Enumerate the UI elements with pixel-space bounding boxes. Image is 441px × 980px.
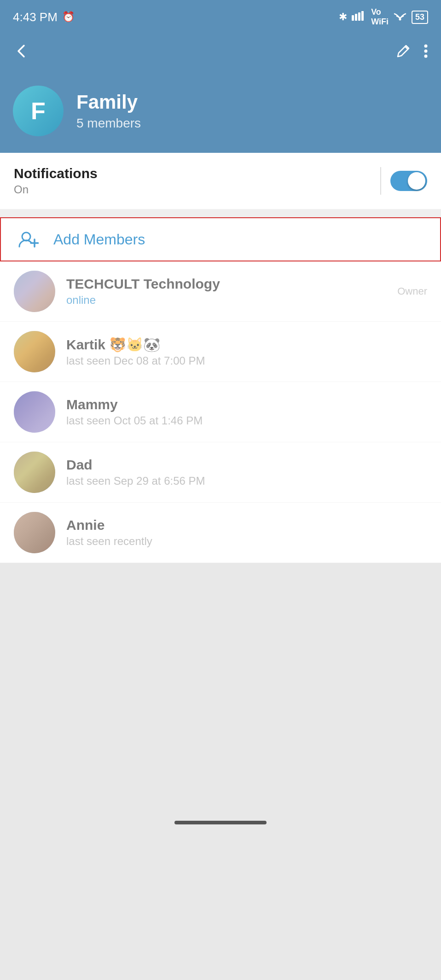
member-status: last seen Sep 29 at 6:56 PM [66, 475, 427, 487]
main-content: Notifications On Add Members [0, 153, 441, 563]
member-name: Mammy [66, 397, 427, 412]
member-status: last seen recently [66, 535, 427, 548]
nav-actions [396, 44, 428, 62]
status-icons: ✱ VoWiFi 53 [339, 7, 428, 27]
bluetooth-icon: ✱ [339, 11, 347, 23]
member-info: Mammy last seen Oct 05 at 1:46 PM [66, 397, 427, 427]
battery-indicator: 53 [412, 11, 428, 24]
group-name: Family [76, 91, 141, 113]
notifications-info: Notifications On [14, 166, 98, 196]
avatar [14, 512, 55, 553]
group-header: F Family 5 members [0, 78, 441, 153]
member-row[interactable]: Dad last seen Sep 29 at 6:56 PM [0, 442, 441, 503]
edit-button[interactable] [396, 44, 411, 62]
member-name: Annie [66, 517, 427, 533]
svg-rect-0 [352, 15, 354, 21]
svg-point-4 [399, 18, 401, 21]
avatar [14, 452, 55, 493]
vertical-divider [380, 167, 381, 195]
member-info: TECHCULT Technology online [66, 276, 386, 307]
status-bar: 4:43 PM ⏰ ✱ VoWiFi 53 [0, 0, 441, 32]
notifications-row: Notifications On [0, 153, 441, 210]
vo-wifi-label: VoWiFi [371, 7, 389, 27]
notifications-toggle[interactable] [390, 171, 427, 191]
avatar [14, 331, 55, 372]
bottom-area [0, 563, 441, 812]
member-info: Kartik 🐯🐱🐼 last seen Dec 08 at 7:00 PM [66, 336, 427, 367]
member-row[interactable]: Annie last seen recently [0, 503, 441, 563]
top-nav [0, 32, 441, 78]
add-members-label: Add Members [53, 231, 145, 248]
member-row[interactable]: TECHCULT Technology online Owner [0, 261, 441, 322]
add-members-row[interactable]: Add Members [0, 217, 441, 261]
member-status: online [66, 294, 386, 307]
notifications-title: Notifications [14, 166, 98, 181]
member-row[interactable]: Kartik 🐯🐱🐼 last seen Dec 08 at 7:00 PM [0, 322, 441, 382]
avatar [14, 391, 55, 433]
svg-point-8 [22, 232, 30, 241]
member-status: last seen Oct 05 at 1:46 PM [66, 414, 427, 427]
section-separator [0, 210, 441, 217]
group-members-count: 5 members [76, 116, 141, 131]
back-button[interactable] [13, 43, 29, 64]
svg-point-6 [424, 50, 428, 53]
more-options-button[interactable] [424, 44, 428, 62]
member-name: TECHCULT Technology [66, 276, 386, 292]
signal-icon [352, 11, 366, 23]
svg-point-7 [424, 55, 428, 58]
notifications-status: On [14, 183, 98, 196]
alarm-icon: ⏰ [62, 11, 75, 23]
time-text: 4:43 PM [13, 10, 58, 24]
member-row[interactable]: Mammy last seen Oct 05 at 1:46 PM [0, 382, 441, 442]
status-time: 4:43 PM ⏰ [13, 10, 75, 24]
add-member-icon [15, 230, 42, 249]
member-badge: Owner [397, 285, 427, 297]
toggle-thumb [408, 172, 425, 190]
svg-rect-3 [361, 11, 364, 21]
group-avatar: F [13, 86, 64, 136]
member-name: Dad [66, 457, 427, 473]
group-info: Family 5 members [76, 91, 141, 131]
svg-rect-1 [355, 14, 357, 21]
toggle-track[interactable] [390, 171, 427, 191]
member-name: Kartik 🐯🐱🐼 [66, 336, 427, 353]
home-indicator [0, 812, 441, 838]
member-info: Annie last seen recently [66, 517, 427, 548]
wifi-icon [393, 10, 407, 24]
svg-point-5 [424, 45, 428, 48]
avatar [14, 271, 55, 312]
member-info: Dad last seen Sep 29 at 6:56 PM [66, 457, 427, 487]
home-bar [174, 821, 267, 824]
member-status: last seen Dec 08 at 7:00 PM [66, 354, 427, 367]
svg-rect-2 [358, 12, 360, 21]
